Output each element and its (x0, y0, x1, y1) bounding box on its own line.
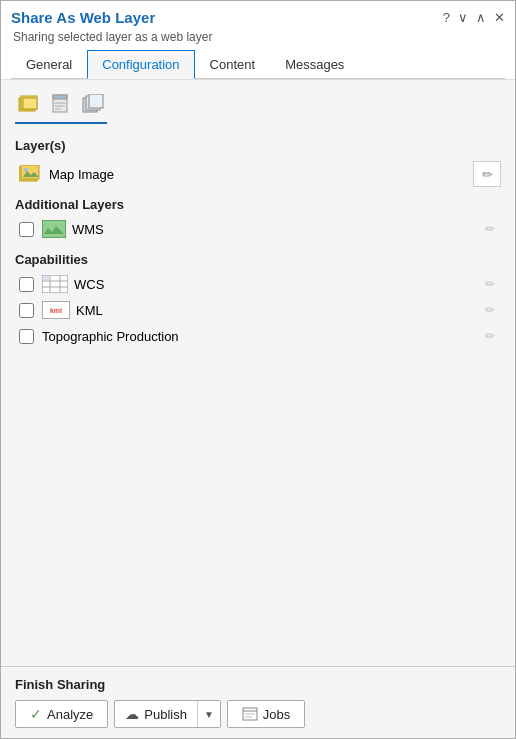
checkmark-icon: ✓ (30, 706, 42, 722)
topographic-checkbox-row: Topographic Production (19, 329, 179, 344)
main-window: Share As Web Layer ? ∨ ∧ ✕ Sharing selec… (0, 0, 516, 739)
title-bar: Share As Web Layer ? ∨ ∧ ✕ Sharing selec… (1, 1, 515, 80)
wcs-checkbox-row: WCS (19, 275, 104, 293)
map-image-left: Map Image (19, 165, 114, 183)
minimize-button[interactable]: ∨ (458, 10, 468, 25)
analyze-label: Analyze (47, 707, 93, 722)
wcs-edit-icon[interactable]: ✏ (479, 275, 501, 293)
chevron-down-icon: ▼ (204, 709, 214, 720)
kml-edit-icon[interactable]: ✏ (479, 301, 501, 319)
publish-dropdown-button[interactable]: ▼ (198, 701, 220, 727)
additional-layers-label: Additional Layers (15, 197, 501, 212)
wcs-row: WCS ✏ (15, 275, 501, 293)
analyze-button[interactable]: ✓ Analyze (15, 700, 108, 728)
publish-button[interactable]: ☁ Publish (115, 701, 198, 727)
subtitle: Sharing selected layer as a web layer (13, 30, 505, 44)
kml-checkbox[interactable] (19, 303, 34, 318)
main-content: Layer(s) Map Image ✏ Additional Layers (1, 80, 515, 666)
map-image-row: Map Image ✏ (19, 161, 501, 187)
jobs-label: Jobs (263, 707, 290, 722)
copy-icon (82, 94, 104, 114)
map-view-button[interactable] (15, 90, 43, 118)
jobs-icon (242, 707, 258, 721)
topographic-edit-icon[interactable]: ✏ (479, 327, 501, 345)
tabs-bar: General Configuration Content Messages (11, 50, 505, 79)
kml-row: kml KML ✏ (15, 301, 501, 319)
bottom-buttons: ✓ Analyze ☁ Publish ▼ (15, 700, 501, 728)
wcs-icon (42, 275, 68, 293)
tab-content[interactable]: Content (195, 50, 271, 79)
svg-rect-23 (43, 276, 50, 281)
title-row: Share As Web Layer ? ∨ ∧ ✕ (11, 9, 505, 26)
wms-checkbox-row: WMS (19, 220, 104, 238)
wcs-checkbox[interactable] (19, 277, 34, 292)
copy-view-button[interactable] (79, 90, 107, 118)
window-title: Share As Web Layer (11, 9, 155, 26)
icon-toolbar (15, 90, 107, 124)
topographic-label: Topographic Production (42, 329, 179, 344)
svg-rect-10 (89, 94, 103, 108)
wms-row: WMS ✏ (15, 220, 501, 238)
list-view-button[interactable] (47, 90, 75, 118)
wms-label: WMS (72, 222, 104, 237)
tab-general[interactable]: General (11, 50, 87, 79)
svg-rect-4 (53, 95, 67, 99)
topographic-checkbox[interactable] (19, 329, 34, 344)
map-image-edit-button[interactable]: ✏ (473, 161, 501, 187)
svg-point-14 (24, 168, 28, 172)
wms-label-group: WMS (42, 220, 104, 238)
list-icon (51, 94, 71, 114)
kml-checkbox-row: kml KML (19, 301, 103, 319)
kml-label-group: kml KML (42, 301, 103, 319)
wcs-label: WCS (74, 277, 104, 292)
topographic-row: Topographic Production ✏ (15, 327, 501, 345)
pencil-icon: ✏ (482, 167, 493, 182)
close-button[interactable]: ✕ (494, 10, 505, 25)
svg-rect-2 (23, 98, 37, 109)
maximize-button[interactable]: ∧ (476, 10, 486, 25)
window-controls: ? ∨ ∧ ✕ (443, 10, 505, 25)
tab-messages[interactable]: Messages (270, 50, 359, 79)
layers-section-label: Layer(s) (15, 138, 501, 153)
tab-configuration[interactable]: Configuration (87, 50, 194, 79)
jobs-button[interactable]: Jobs (227, 700, 305, 728)
kml-icon: kml (42, 301, 70, 319)
publish-group: ☁ Publish ▼ (114, 700, 221, 728)
wms-checkbox[interactable] (19, 222, 34, 237)
kml-label: KML (76, 303, 103, 318)
map-image-icon (19, 165, 43, 183)
map-image-label: Map Image (49, 167, 114, 182)
wms-edit-icon[interactable]: ✏ (479, 220, 501, 238)
finish-sharing-label: Finish Sharing (15, 677, 501, 692)
wcs-label-group: WCS (42, 275, 104, 293)
finish-sharing-section: Finish Sharing ✓ Analyze ☁ Publish ▼ (1, 666, 515, 738)
map-icon (18, 94, 40, 114)
capabilities-label: Capabilities (15, 252, 501, 267)
publish-label: Publish (144, 707, 187, 722)
wms-icon (42, 220, 66, 238)
help-button[interactable]: ? (443, 10, 450, 25)
cloud-icon: ☁ (125, 706, 139, 722)
